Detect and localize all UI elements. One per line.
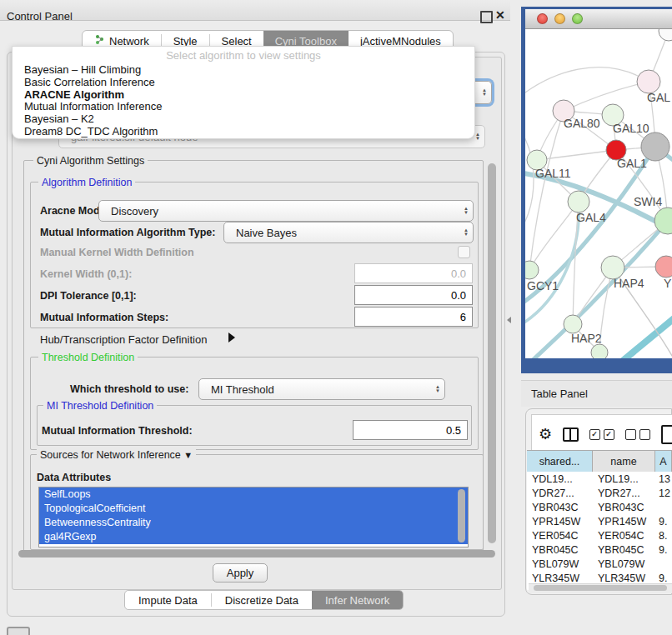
table-cell: 9. xyxy=(655,516,672,528)
network-node-label: GAL xyxy=(647,91,670,104)
sources-legend: Sources for Network Inference ▼ xyxy=(37,449,196,461)
network-node[interactable] xyxy=(641,132,669,161)
select-all-checkboxes-icon[interactable]: ✓✓ xyxy=(589,429,614,440)
mi-steps-field[interactable] xyxy=(354,307,473,327)
network-edge[interactable] xyxy=(537,150,616,160)
table-horizontal-scrollbar-thumb[interactable] xyxy=(534,585,667,591)
network-node-label: GAL4 xyxy=(576,211,606,224)
mi-threshold-label: Mutual Information Threshold: xyxy=(42,425,193,437)
table-cell: YPR145W xyxy=(593,516,655,528)
zoom-window-icon[interactable] xyxy=(572,13,583,24)
network-node-hap2[interactable] xyxy=(564,315,582,333)
stepper-arrows-icon: ▲▼ xyxy=(478,82,491,103)
list-vertical-scrollbar[interactable] xyxy=(458,489,465,542)
sources-legend-label: Sources for Network Inference xyxy=(40,449,181,461)
table-row[interactable]: YPR145WYPR145W9. xyxy=(527,514,672,528)
column-header-shared-name[interactable]: shared... xyxy=(527,451,593,472)
network-window-titlebar[interactable] xyxy=(525,9,672,29)
gear-icon[interactable]: ⚙ xyxy=(539,427,552,442)
dpi-tolerance-field[interactable] xyxy=(354,285,473,305)
hub-definition-label: Hub/Transcription Factor Definition xyxy=(40,333,207,346)
column-view-icon[interactable] xyxy=(563,428,578,442)
algorithm-definition-legend: Algorithm Definition xyxy=(38,177,135,188)
network-node-label: Y xyxy=(664,277,672,290)
table-cell: YPR145W xyxy=(527,516,593,528)
network-edge[interactable] xyxy=(525,68,649,98)
attribute-item[interactable]: SelfLoops xyxy=(39,488,468,502)
table-row[interactable]: YBL079WYBL079W xyxy=(527,557,672,571)
table-row[interactable]: YDR27...YDR27...12 xyxy=(527,486,672,500)
network-node-label: GAL11 xyxy=(535,167,571,180)
threshold-definition-legend: Threshold Definition xyxy=(38,352,138,363)
panel-divider-handle[interactable] xyxy=(507,317,511,323)
network-node-gcy1[interactable] xyxy=(525,261,539,279)
column-header-name[interactable]: name xyxy=(593,451,655,472)
network-node-label: GAL1 xyxy=(617,157,647,170)
network-node[interactable] xyxy=(659,29,672,41)
network-edge[interactable] xyxy=(525,128,534,232)
close-icon[interactable]: ✕ xyxy=(495,8,505,22)
attribute-item[interactable]: gal4RGexp xyxy=(39,530,468,544)
tab-discretize-data[interactable]: Discretize Data xyxy=(212,591,312,609)
float-window-icon[interactable] xyxy=(480,11,493,23)
column-header-extra[interactable]: A xyxy=(655,451,672,472)
dpi-tolerance-label: DPI Tolerance [0,1]: xyxy=(40,290,137,302)
control-panel-title: Control Panel xyxy=(7,10,73,22)
settings-horizontal-scrollbar[interactable] xyxy=(18,550,495,558)
table-cell: YBL079W xyxy=(593,558,655,570)
data-attributes-list[interactable]: SelfLoopsTopologicalCoefficientBetweenne… xyxy=(38,487,469,548)
network-canvas[interactable]: GALGAL80GAL10GAL1GAL11SWI4GAL4GCY1HAP4YH… xyxy=(525,29,672,358)
corner-widget-icon[interactable] xyxy=(7,627,30,635)
table-row[interactable]: YER054CYER054C8. xyxy=(527,528,672,542)
network-node-label: GAL10 xyxy=(613,122,649,135)
algorithm-option[interactable]: Basic Correlation Inference xyxy=(13,77,474,89)
table-cell: 9. xyxy=(655,572,672,584)
tab-impute-data[interactable]: Impute Data xyxy=(125,591,211,609)
table-row[interactable]: YBR045CYBR045C9. xyxy=(527,542,672,557)
tab-infer-network[interactable]: Infer Network xyxy=(312,591,403,609)
algorithm-dropdown-popup: Select algorithm to view settings Bayesi… xyxy=(12,46,475,139)
network-node-label: HAP4 xyxy=(614,277,644,290)
network-edge[interactable] xyxy=(619,316,672,358)
network-node-y[interactable] xyxy=(655,256,672,278)
manual-kernel-checkbox[interactable] xyxy=(458,246,470,258)
aracne-mode-value: Discovery xyxy=(99,205,459,218)
mi-threshold-field[interactable] xyxy=(353,420,468,440)
apply-button[interactable]: Apply xyxy=(213,563,268,582)
expander-arrow-icon[interactable] xyxy=(228,332,235,342)
algorithm-option[interactable]: Bayesian – K2 xyxy=(13,113,474,126)
deselect-all-checkboxes-icon[interactable] xyxy=(625,429,650,440)
table-row[interactable]: YDL19...YDL19...13 xyxy=(527,472,672,486)
network-node[interactable] xyxy=(591,344,608,358)
algorithm-dropdown-placeholder: Select algorithm to view settings xyxy=(13,47,474,64)
network-node-gal4[interactable] xyxy=(568,191,589,212)
network-node-gal[interactable] xyxy=(637,70,660,93)
table-row[interactable]: YBR043CYBR043C xyxy=(527,500,672,514)
table-cell: YBR045C xyxy=(593,544,655,556)
network-view[interactable]: GALGAL80GAL10GAL1GAL11SWI4GAL4GCY1HAP4YH… xyxy=(525,29,672,358)
algorithm-option[interactable]: Mutual Information Inference xyxy=(13,101,474,113)
minimize-window-icon[interactable] xyxy=(554,13,565,24)
table-cell: YLR345W xyxy=(593,572,655,584)
mi-type-label: Mutual Information Algorithm Type: xyxy=(40,227,215,238)
network-edge[interactable] xyxy=(529,111,564,270)
algorithm-option[interactable]: Bayesian – Hill Climbing xyxy=(13,64,474,77)
stepper-arrows-icon: ▲▼ xyxy=(431,379,444,399)
mi-type-combo[interactable]: Naive Bayes ▲▼ xyxy=(223,222,474,243)
close-window-icon[interactable] xyxy=(537,13,548,24)
control-panel-titlebar xyxy=(0,0,510,21)
file-export-icon[interactable] xyxy=(661,425,672,444)
cyni-algorithm-settings-legend: Cyni Algorithm Settings xyxy=(33,155,148,167)
attribute-item[interactable]: BetweennessCentrality xyxy=(39,516,468,530)
kernel-width-field[interactable] xyxy=(354,263,473,283)
which-threshold-combo[interactable]: MI Threshold ▲▼ xyxy=(198,378,445,400)
collapse-arrow-icon[interactable]: ▼ xyxy=(183,450,193,460)
tab-discretize-data-label: Discretize Data xyxy=(225,594,298,607)
network-node-hap4[interactable] xyxy=(601,256,624,279)
settings-vertical-scrollbar[interactable] xyxy=(488,163,496,543)
aracne-mode-combo[interactable]: Discovery ▲▼ xyxy=(98,200,474,222)
manual-kernel-label: Manual Kernel Width Definition xyxy=(40,247,194,258)
algorithm-option[interactable]: Dream8 DC_TDC Algorithm xyxy=(13,126,474,138)
attribute-item[interactable]: TopologicalCoefficient xyxy=(39,502,468,516)
algorithm-option[interactable]: ARACNE Algorithm xyxy=(13,89,474,102)
